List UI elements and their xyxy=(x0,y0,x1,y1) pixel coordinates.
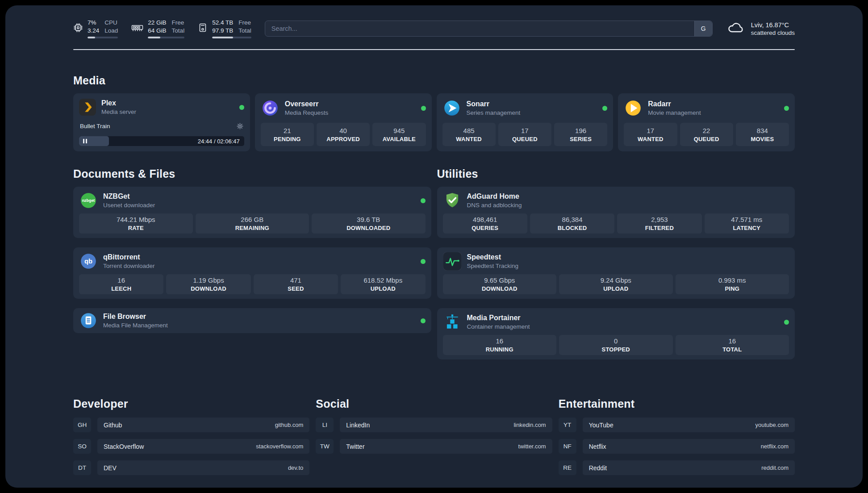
bookmark-group-entertainment: Entertainment YT YouTube youtube.com NF … xyxy=(559,397,795,475)
stat-tile: 16 RUNNING xyxy=(443,335,557,355)
stat-value: 1.19 Gbps xyxy=(193,276,224,284)
stat-label: FILTERED xyxy=(645,225,674,231)
app-subtitle: Torrent downloader xyxy=(103,262,155,270)
section-title-entertainment: Entertainment xyxy=(559,397,795,410)
section-title-social: Social xyxy=(316,397,552,410)
stat-value: 9.24 Gbps xyxy=(601,276,631,284)
bookmark-url: youtube.com xyxy=(755,422,789,428)
stat-tile: 22 QUEUED xyxy=(680,123,733,146)
bookmark-name: Github xyxy=(104,422,122,429)
bookmark-link[interactable]: Netflix netflix.com xyxy=(583,439,795,454)
app-subtitle: Media server xyxy=(101,108,136,116)
stats-row: 16 LEECH 1.19 Gbps DOWNLOAD 471 SEED 6 xyxy=(79,274,426,294)
app-card-radarr[interactable]: Radarr Movie management 17 WANTED 22 QUE… xyxy=(618,93,795,151)
bookmark-dev: DT DEV dev.to xyxy=(73,460,309,475)
media-progress-bar[interactable]: 24:44 / 02:06:47 xyxy=(79,136,244,146)
cloud-icon xyxy=(726,21,746,36)
search-input[interactable] xyxy=(265,21,694,36)
bookmark-url: stackoverflow.com xyxy=(256,443,303,450)
app-card-sonarr[interactable]: Sonarr Series management 485 WANTED 17 Q… xyxy=(437,93,613,151)
stat-value: 16 xyxy=(117,276,125,284)
search-engine-button[interactable]: G xyxy=(694,21,712,36)
section-utilities: Utilities AdGuard Home xyxy=(437,167,795,369)
bookmark-link[interactable]: StackOverflow stackoverflow.com xyxy=(97,439,309,454)
stat-label: AVAILABLE xyxy=(383,136,416,142)
settings-gear-icon[interactable] xyxy=(237,123,243,130)
status-dot xyxy=(239,105,244,110)
svg-text:nzbget: nzbget xyxy=(82,198,95,203)
app-card-qbittorrent[interactable]: qb qBittorrent Torrent downloader 16 LEE… xyxy=(73,247,431,299)
filebrowser-icon xyxy=(79,311,98,330)
stat-label: QUEUED xyxy=(694,136,719,142)
weather-widget[interactable]: Lviv, 16.87°C scattered clouds xyxy=(726,21,795,36)
stat-value: 9.65 Gbps xyxy=(484,276,515,284)
stat-label: TOTAL xyxy=(722,346,742,353)
app-card-speedtest[interactable]: Speedtest Speedtest Tracking 9.65 Gbps D… xyxy=(437,247,795,299)
stat-value: 40 xyxy=(339,127,347,134)
stat-tile: 16 LEECH xyxy=(79,274,163,294)
stat-tile: 40 APPROVED xyxy=(317,123,370,146)
stat-label: LEECH xyxy=(111,285,131,292)
stat-value: 16 xyxy=(496,337,503,345)
stat-value: 16 xyxy=(728,337,736,345)
cpu-load-label: Load xyxy=(104,27,118,35)
cpu-label: CPU xyxy=(104,19,118,27)
app-name: Speedtest xyxy=(467,253,519,261)
cpu-load-average: 3.24 xyxy=(88,27,99,35)
ram-free-value: 22 GiB xyxy=(148,19,166,27)
stat-tile: 196 SERIES xyxy=(554,123,607,146)
bookmark-link[interactable]: LinkedIn linkedin.com xyxy=(340,418,552,432)
bookmark-link[interactable]: YouTube youtube.com xyxy=(583,418,795,432)
app-card-nzbget[interactable]: nzbget NZBGet Usenet downloader 744.21 M… xyxy=(73,187,431,238)
section-media: Media Plex Media server xyxy=(73,74,795,151)
stat-value: 498,461 xyxy=(473,216,497,223)
status-dot xyxy=(784,320,789,325)
section-documents: Documents & Files nzbget NZBGet Usenet d xyxy=(73,167,431,369)
nzbget-icon: nzbget xyxy=(79,191,98,210)
app-subtitle: Container management xyxy=(467,323,530,331)
app-card-overseerr[interactable]: Overseerr Media Requests 21 PENDING 40 A… xyxy=(255,93,432,151)
main-content: Media Plex Media server xyxy=(5,74,863,488)
stat-label: WANTED xyxy=(456,136,482,142)
bookmark-netflix: NF Netflix netflix.com xyxy=(559,439,795,454)
overseerr-icon xyxy=(261,99,280,117)
app-subtitle: DNS and adblocking xyxy=(467,201,522,209)
stat-value: 17 xyxy=(521,127,529,134)
bookmark-link[interactable]: DEV dev.to xyxy=(97,460,309,475)
middle-columns: Documents & Files nzbget NZBGet Usenet d xyxy=(73,167,795,369)
stat-label: REMAINING xyxy=(235,225,269,231)
stat-value: 0.993 ms xyxy=(718,276,746,284)
stat-label: APPROVED xyxy=(326,136,360,142)
stat-value: 196 xyxy=(575,127,586,134)
bookmark-url: netflix.com xyxy=(761,443,789,450)
stat-label: DOWNLOAD xyxy=(482,285,517,292)
app-card-portainer[interactable]: Media Portainer Container management 16 … xyxy=(437,308,795,359)
cpu-percent: 7% xyxy=(88,19,99,27)
disk-free-label: Free xyxy=(238,19,251,27)
stats-row: 485 WANTED 17 QUEUED 196 SERIES xyxy=(442,123,608,146)
stat-value: 945 xyxy=(393,127,405,134)
stat-value: 266 GB xyxy=(241,216,263,223)
bookmark-link[interactable]: Twitter twitter.com xyxy=(340,439,552,454)
pause-icon[interactable] xyxy=(83,139,87,143)
bookmarks-row: Developer GH Github github.com SO StackO… xyxy=(73,397,795,488)
system-metrics: 7% 3.24 CPU Load xyxy=(73,19,251,38)
bookmark-link[interactable]: Reddit reddit.com xyxy=(583,460,795,475)
bookmark-link[interactable]: Github github.com xyxy=(97,418,309,432)
status-dot xyxy=(421,259,426,264)
ram-free-label: Free xyxy=(172,19,185,27)
disk-free-value: 52.4 TB xyxy=(212,19,233,27)
app-card-adguard[interactable]: AdGuard Home DNS and adblocking 498,461 … xyxy=(437,187,795,238)
app-card-plex[interactable]: Plex Media server Bullet Train xyxy=(73,93,250,151)
cpu-widget: 7% 3.24 CPU Load xyxy=(73,19,118,38)
app-card-filebrowser[interactable]: File Browser Media File Management xyxy=(73,308,431,333)
weather-condition: scattered clouds xyxy=(751,29,795,36)
bookmark-name: Twitter xyxy=(346,443,364,450)
app-name: AdGuard Home xyxy=(467,192,522,201)
section-title-media: Media xyxy=(73,74,795,87)
qbittorrent-icon: qb xyxy=(79,252,98,271)
stat-tile: 945 AVAILABLE xyxy=(372,123,426,146)
stat-label: UPLOAD xyxy=(603,285,628,292)
stat-value: 834 xyxy=(757,127,768,134)
stat-label: SEED xyxy=(288,285,304,292)
